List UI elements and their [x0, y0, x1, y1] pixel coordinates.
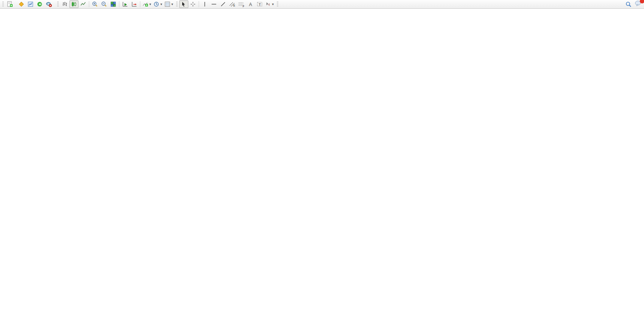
horizontal-line-button[interactable]	[209, 0, 218, 8]
chart-canvas[interactable]	[0, 9, 644, 328]
templates-icon	[164, 1, 170, 7]
auto-trading-button[interactable]	[44, 0, 53, 8]
crosshair-button[interactable]	[188, 0, 198, 8]
periods-button[interactable]: ▼	[153, 0, 164, 8]
cursor-icon	[181, 1, 187, 7]
chevron-down-icon: ▼	[149, 3, 152, 6]
crosshair-icon	[190, 1, 196, 7]
cursor-button[interactable]	[179, 0, 188, 8]
arrows-icon: ​	[265, 1, 271, 7]
equidistant-channel-icon: E	[229, 1, 236, 7]
charts-window-button[interactable]	[26, 0, 35, 8]
text-button[interactable]: A	[246, 0, 255, 8]
templates-button[interactable]: ▼	[164, 0, 175, 8]
toolbar-separator	[199, 1, 199, 7]
toolbar-separator	[119, 1, 119, 7]
svg-text:A: A	[249, 2, 252, 7]
trendline-icon	[220, 1, 226, 7]
toolbar-grip[interactable]	[2, 2, 4, 7]
chart-window	[0, 9, 644, 328]
zoom-out-button[interactable]	[100, 0, 109, 8]
chevron-down-icon: ▼	[160, 3, 163, 6]
line-chart-icon	[80, 1, 86, 7]
text-label-button[interactable]: T	[255, 0, 264, 8]
text-label-icon: T	[257, 1, 263, 7]
svg-text:T: T	[259, 3, 261, 6]
chat-button[interactable]	[635, 0, 642, 8]
horizontal-line-icon	[211, 1, 217, 7]
line-chart-button[interactable]	[79, 0, 88, 8]
candlestick-chart-icon	[71, 1, 77, 7]
toolbar-separator	[89, 1, 89, 7]
indicators-icon	[142, 1, 148, 7]
new-order-icon	[7, 1, 13, 7]
zoom-in-button[interactable]	[90, 0, 100, 8]
chart-shift-icon	[131, 1, 137, 7]
zoom-out-icon	[101, 1, 107, 7]
toolbar-grip[interactable]	[277, 2, 278, 7]
new-order-button[interactable]	[5, 0, 14, 8]
auto-scroll-icon	[122, 1, 128, 7]
fibonacci-button[interactable]: F	[237, 0, 246, 8]
profile-button[interactable]	[17, 0, 26, 8]
notification-badge	[640, 0, 644, 3]
bar-chart-button[interactable]	[60, 0, 69, 8]
auto-scroll-button[interactable]	[120, 0, 130, 8]
chevron-down-icon: ▼	[171, 3, 174, 6]
text-icon: A	[247, 1, 254, 7]
zoom-in-icon	[92, 1, 98, 7]
trendline-button[interactable]	[218, 0, 228, 8]
tile-windows-button[interactable]	[109, 0, 118, 8]
svg-text:F: F	[243, 5, 244, 8]
profile-icon	[18, 1, 24, 7]
toolbar: ▼ ▼ ▼ E	[0, 0, 644, 9]
arrows-button[interactable]: ​ ▼	[264, 0, 275, 8]
signals-button[interactable]	[35, 0, 44, 8]
indicators-button[interactable]: ▼	[141, 0, 153, 8]
toolbar-separator	[140, 1, 140, 7]
search-icon[interactable]	[625, 1, 632, 8]
charts-window-icon	[27, 1, 34, 7]
tile-windows-icon	[110, 1, 116, 7]
toolbar-right	[625, 0, 642, 8]
fibonacci-icon: F	[238, 1, 245, 7]
vertical-line-icon	[202, 1, 208, 7]
auto-trading-icon	[46, 1, 52, 7]
bar-chart-icon	[62, 1, 68, 7]
chevron-down-icon: ▼	[271, 3, 275, 6]
signals-icon	[37, 1, 43, 7]
clock-icon	[153, 1, 159, 7]
vertical-line-button[interactable]	[200, 0, 209, 8]
equidistant-channel-button[interactable]: E	[228, 0, 237, 8]
svg-text:E: E	[233, 4, 235, 7]
candlestick-chart-button[interactable]	[69, 0, 79, 8]
chart-shift-button[interactable]	[130, 0, 139, 8]
toolbar-grip[interactable]	[176, 2, 178, 7]
toolbar-grip[interactable]	[57, 2, 59, 7]
